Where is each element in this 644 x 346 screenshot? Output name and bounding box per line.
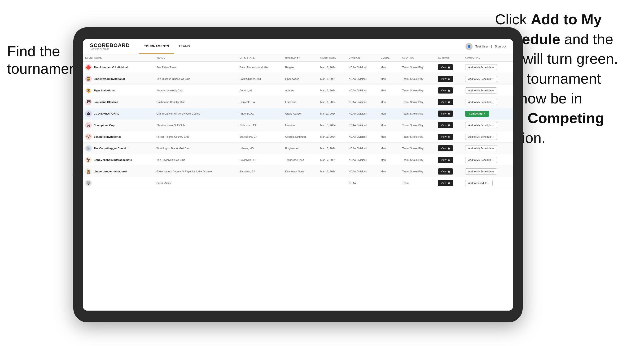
team-logo: 🦅 — [85, 157, 92, 163]
col-venue: VENUE — [154, 54, 238, 62]
view-button[interactable]: View ◉ — [438, 145, 453, 151]
competing-cell: Add to My Schedule + — [463, 131, 513, 143]
cell-scoring: Team, Stroke Play — [400, 131, 436, 143]
cell-hosted-by: Binghamton — [283, 143, 318, 154]
view-button[interactable]: View ◉ — [438, 157, 453, 163]
tournament-table-container: EVENT NAME VENUE CITY, STATE HOSTED BY S… — [83, 54, 513, 311]
cell-venue: The Sevierville Golf Club — [154, 154, 238, 166]
cell-division: NCAA Division I — [346, 166, 378, 177]
cell-city-state: Phoenix, AZ — [237, 108, 283, 120]
cell-start-date: Mar 11, 2024 — [318, 96, 346, 108]
add-to-schedule-button[interactable]: Add to My Schedule + — [465, 134, 497, 140]
table-row: 🐘 The Carpetbagger Classic Worthington M… — [83, 143, 513, 154]
add-to-schedule-button[interactable]: Add to My Schedule + — [465, 64, 497, 70]
team-logo: 🦉 — [85, 168, 92, 175]
user-avatar: 👤 — [466, 43, 472, 50]
add-to-schedule-button[interactable]: Add to Schedule + — [465, 180, 493, 186]
cell-gender: Men — [378, 96, 400, 108]
competing-cell: Add to My Schedule + — [463, 62, 513, 73]
tab-teams[interactable]: TEAMS — [174, 39, 195, 54]
cell-division: NCAA Division I — [346, 131, 378, 143]
competing-button[interactable]: Competing ✓ — [465, 111, 489, 117]
sign-out-link[interactable]: Sign out — [495, 45, 506, 48]
table-row: 🦉 Linger Longer Invitational Great Water… — [83, 166, 513, 177]
cell-city-state: Lafayette, LA — [237, 96, 283, 108]
cell-hosted-by: Kennesaw State — [283, 166, 318, 177]
cell-scoring: Team, Stroke Play — [400, 62, 436, 73]
event-name-text: The Johnnie - O Individual — [94, 66, 128, 69]
logo-area: SCOREBOARD Powered by clippd — [90, 43, 130, 50]
actions-cell: View ◉ — [436, 131, 463, 143]
table-header-row: EVENT NAME VENUE CITY, STATE HOSTED BY S… — [83, 54, 513, 62]
tablet-screen: SCOREBOARD Powered by clippd TOURNAMENTS… — [83, 39, 513, 311]
team-logo: 🐶 — [85, 134, 92, 140]
cell-gender: Men — [378, 73, 400, 85]
header-right: 👤 Test User | Sign out — [466, 43, 506, 50]
competing-cell: Add to My Schedule + — [463, 96, 513, 108]
cell-scoring: Team, Stroke Play — [400, 143, 436, 154]
event-name-text: Schenkel Invitational — [94, 135, 120, 138]
competing-cell: Add to My Schedule + — [463, 166, 513, 177]
col-gender: GENDER — [378, 54, 400, 62]
cell-division: NCAA Division I — [346, 62, 378, 73]
actions-cell: View ◉ — [436, 62, 463, 73]
team-logo: 🐘 — [85, 145, 92, 152]
table-row: ⚔ Champions Cup Shadow Hawk Golf ClubRic… — [83, 120, 513, 131]
view-button[interactable]: View ◉ — [438, 64, 453, 70]
cell-hosted-by: Grand Canyon — [283, 108, 318, 120]
competing-cell: Competing ✓ — [463, 108, 513, 120]
cell-venue: Great Waters Course At Reynolds Lake Oco… — [154, 166, 238, 177]
cell-hosted-by: Lindenwood — [283, 73, 318, 85]
view-button[interactable]: View ◉ — [438, 169, 453, 174]
add-to-schedule-button[interactable]: Add to My Schedule + — [465, 157, 497, 163]
actions-cell: View ◉ — [436, 177, 463, 189]
view-button[interactable]: View ◉ — [438, 134, 453, 140]
cell-scoring: Team, Stroke Play — [400, 73, 436, 85]
view-button[interactable]: View ◉ — [438, 180, 453, 186]
add-to-schedule-button[interactable]: Add to My Schedule + — [465, 122, 497, 128]
table-row: 🗺 Louisiana Classics Oakbourne Country C… — [83, 96, 513, 108]
event-name-cell: 🦅 Bobby Nichols Intercollegiate — [83, 154, 154, 166]
event-name-text: GCU INVITATIONAL — [94, 112, 119, 115]
view-button[interactable]: View ◉ — [438, 122, 453, 128]
actions-cell: View ◉ — [436, 96, 463, 108]
actions-cell: View ◉ — [436, 73, 463, 85]
cell-city-state: Saint Charles, MO — [237, 73, 283, 85]
view-button[interactable]: View ◉ — [438, 87, 453, 94]
competing-cell: Add to My Schedule + — [463, 120, 513, 131]
cell-venue: The Missouri Bluffs Golf Club — [154, 73, 238, 85]
cell-city-state: Statesboro, GA — [237, 131, 283, 143]
add-to-schedule-button[interactable]: Add to My Schedule + — [465, 87, 497, 94]
cell-start-date: Mar 17, 2024 — [318, 166, 346, 177]
table-row: 🐺 Brook ValleyNCAATeam,View ◉Add to Sche… — [83, 177, 513, 189]
cell-city-state: Saint Simons Island, GA — [237, 62, 283, 73]
tournament-table: EVENT NAME VENUE CITY, STATE HOSTED BY S… — [83, 54, 513, 189]
view-button[interactable]: View ◉ — [438, 76, 453, 82]
cell-division: NCAA Division I — [346, 73, 378, 85]
tab-tournaments[interactable]: TOURNAMENTS — [139, 39, 174, 54]
add-to-schedule-button[interactable]: Add to My Schedule + — [465, 76, 497, 82]
competing-cell: Add to My Schedule + — [463, 154, 513, 166]
view-button[interactable]: View ◉ — [438, 99, 453, 105]
actions-cell: View ◉ — [436, 85, 463, 96]
add-to-schedule-button[interactable]: Add to My Schedule + — [465, 169, 497, 174]
cell-gender: Men — [378, 120, 400, 131]
col-scoring: SCORING — [400, 54, 436, 62]
add-to-schedule-button[interactable]: Add to My Schedule + — [465, 99, 497, 105]
col-competing: COMPETING — [463, 54, 513, 62]
cell-hosted-by: Tennessee Tech — [283, 154, 318, 166]
cell-venue: Shadow Hawk Golf Club — [154, 120, 238, 131]
cell-venue: Oakbourne Country Club — [154, 96, 238, 108]
cell-city-state: Auburn, AL — [237, 85, 283, 96]
cell-city-state — [237, 177, 283, 189]
team-logo: ⚔ — [85, 122, 92, 129]
competing-cell: Add to Schedule + — [463, 177, 513, 189]
add-to-schedule-button[interactable]: Add to My Schedule + — [465, 145, 497, 151]
col-event-name: EVENT NAME — [83, 54, 154, 62]
cell-start-date: Mar 11, 2024 — [318, 62, 346, 73]
view-button[interactable]: View ◉ — [438, 111, 453, 117]
logo-text: SCOREBOARD — [90, 43, 130, 48]
event-name-text: The Carpetbagger Classic — [94, 147, 127, 150]
event-name-cell: 🔴 The Johnnie - O Individual — [83, 62, 154, 73]
cell-gender: Men — [378, 131, 400, 143]
